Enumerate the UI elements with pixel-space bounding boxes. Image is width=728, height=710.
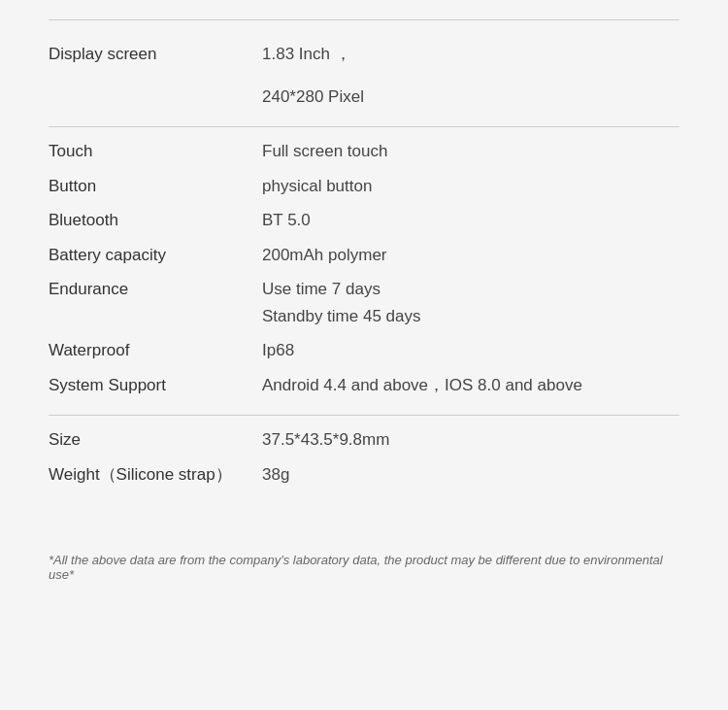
size-label: Size <box>49 427 262 453</box>
weight-label: Weight（Silicone strap） <box>49 462 262 488</box>
bluetooth-label: Bluetooth <box>49 208 262 233</box>
waterproof-row: Waterproof Ip68 <box>49 338 679 363</box>
endurance-standby-time: Standby time 45 days <box>262 304 679 329</box>
waterproof-label: Waterproof <box>49 338 262 363</box>
touch-value: Full screen touch <box>262 139 679 164</box>
system-support-value: Android 4.4 and above，IOS 8.0 and above <box>262 373 679 398</box>
waterproof-value: Ip68 <box>262 338 679 363</box>
battery-row: Battery capacity 200mAh polymer <box>49 243 679 268</box>
display-section: Display screen 1.83 Inch ， 240*280 Pixel <box>49 20 679 126</box>
display-row: Display screen 1.83 Inch ， 240*280 Pixel <box>49 42 679 109</box>
size-row: Size 37.5*43.5*9.8mm <box>49 427 679 453</box>
touch-label: Touch <box>49 139 262 164</box>
disclaimer-text: *All the above data are from the company… <box>49 553 679 582</box>
button-value: physical button <box>262 174 679 199</box>
touch-row: Touch Full screen touch <box>49 139 679 164</box>
system-support-row: System Support Android 4.4 and above，IOS… <box>49 373 679 398</box>
endurance-label: Endurance <box>49 277 262 302</box>
battery-value: 200mAh polymer <box>262 243 679 268</box>
size-value: 37.5*43.5*9.8mm <box>262 427 679 453</box>
display-label: Display screen <box>49 42 262 67</box>
endurance-use-time: Use time 7 days <box>262 277 679 302</box>
system-support-label: System Support <box>49 373 262 398</box>
button-row: Button physical button <box>49 174 679 199</box>
bluetooth-value: BT 5.0 <box>262 208 679 233</box>
weight-row: Weight（Silicone strap） 38g <box>49 462 679 488</box>
battery-label: Battery capacity <box>49 243 262 268</box>
endurance-value: Use time 7 days Standby time 45 days <box>262 277 679 328</box>
spec-table: Display screen 1.83 Inch ， 240*280 Pixel… <box>0 0 728 710</box>
endurance-row: Endurance Use time 7 days Standby time 4… <box>49 277 679 328</box>
specs-section: Touch Full screen touch Button physical … <box>49 127 679 415</box>
physical-section: Size 37.5*43.5*9.8mm Weight（Silicone str… <box>49 416 679 504</box>
display-value-line2: 240*280 Pixel <box>262 85 679 110</box>
weight-value: 38g <box>262 462 679 488</box>
display-value: 1.83 Inch ， 240*280 Pixel <box>262 42 679 109</box>
bluetooth-row: Bluetooth BT 5.0 <box>49 208 679 233</box>
display-value-line1: 1.83 Inch ， <box>262 42 679 67</box>
button-label: Button <box>49 174 262 199</box>
